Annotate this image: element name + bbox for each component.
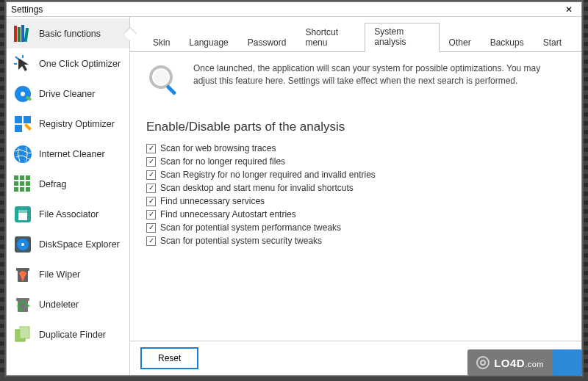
svg-rect-23 [20,187,24,192]
magnifier-icon [146,62,182,98]
svg-rect-32 [16,268,29,271]
option-row[interactable]: Scan Registry for no longer required and… [146,168,565,181]
tab-password[interactable]: Password [238,34,296,52]
option-label: Find unnecessary services [160,196,265,206]
tab-language[interactable]: Language [179,34,237,52]
watermark-text: LO4D.com [494,357,544,369]
sidebar-item-basic-functions[interactable]: Basic functions [7,18,129,48]
tab-shortcut-menu[interactable]: Shortcut menu [295,23,365,52]
checkbox-icon[interactable] [146,197,156,206]
option-label: Scan Registry for no longer required and… [160,170,376,180]
svg-rect-17 [20,175,24,180]
sidebar-item-drive-cleaner[interactable]: Drive Cleaner [7,79,129,109]
svg-rect-2 [21,25,24,42]
svg-point-9 [21,92,25,96]
sidebar-item-one-click-optimizer[interactable]: One Click Optimizer [7,48,129,79]
svg-rect-24 [26,187,30,192]
option-label: Scan for web browsing traces [160,143,276,153]
sidebar-item-file-associator[interactable]: File Associator [7,199,129,229]
watermark: LO4D.com [467,349,582,376]
checkbox-icon[interactable] [146,210,156,219]
registry-icon [12,114,33,134]
option-row[interactable]: Find unnecessary services [146,195,565,208]
options-list: Scan for web browsing traces Scan for no… [146,142,565,247]
tab-label: Skin [153,37,170,48]
intro-text: Once launched, the application will scan… [193,62,565,98]
tab-backups[interactable]: Backups [481,34,534,52]
watermark-logo-icon [476,356,490,369]
tab-other[interactable]: Other [440,34,481,52]
svg-line-5 [15,57,18,59]
screenshot-edge [0,377,588,381]
watermark-accent [553,349,582,376]
tab-system-analysis[interactable]: System analysis [365,23,439,52]
close-icon[interactable]: ✕ [558,4,580,15]
sidebar-item-diskspace-explorer[interactable]: DiskSpace Explorer [7,229,129,259]
tab-skin[interactable]: Skin [143,34,179,52]
file-associator-icon [12,204,33,225]
sidebar-item-undeleter[interactable]: Undeleter [7,289,129,319]
undeleter-icon [12,294,33,315]
tab-content: Once launched, the application will scan… [130,52,581,341]
svg-point-39 [154,70,168,84]
sidebar-item-label: DiskSpace Explorer [39,239,120,250]
sidebar-item-defrag[interactable]: Defrag [7,169,129,199]
option-row[interactable]: Scan for potential system security tweak… [146,234,565,247]
tabs: Skin Language Password Shortcut menu Sys… [130,17,581,52]
svg-rect-1 [18,27,21,42]
books-icon [12,23,33,44]
disk-icon [12,234,33,255]
checkbox-icon[interactable] [146,184,156,193]
sidebar: Basic functions One Click Optimizer Driv… [7,17,130,375]
option-row[interactable]: Scan for potential system performance tw… [146,221,565,234]
sidebar-item-file-wiper[interactable]: File Wiper [7,259,129,289]
sidebar-item-label: File Wiper [39,269,80,280]
svg-rect-40 [165,84,176,95]
sidebar-item-label: Duplicate Finder [39,330,106,340]
option-row[interactable]: Scan for web browsing traces [146,142,565,155]
watermark-badge: LO4D.com [467,349,553,376]
titlebar: Settings ✕ [7,2,581,17]
svg-rect-37 [20,327,29,338]
sidebar-item-label: One Click Optimizer [39,59,121,69]
tab-start[interactable]: Start [534,34,571,52]
screenshot-edge [584,0,588,381]
svg-rect-14 [24,123,32,131]
screenshot-edge [0,0,4,381]
section-title: Enable/Disable parts of the analysis [146,120,565,134]
checkbox-icon[interactable] [146,236,156,246]
checkbox-icon[interactable] [146,223,156,233]
svg-rect-0 [14,26,17,42]
sidebar-item-registry-optimizer[interactable]: Registry Optimizer [7,109,129,139]
sidebar-item-internet-cleaner[interactable]: Internet Cleaner [7,139,129,169]
checkbox-icon[interactable] [146,157,156,167]
window-body: Basic functions One Click Optimizer Driv… [7,17,581,375]
svg-point-30 [21,243,24,246]
option-label: Scan desktop and start menu for invalid … [160,183,354,193]
sidebar-item-label: Defrag [39,179,67,189]
sidebar-item-label: File Associator [39,209,98,219]
checkbox-icon[interactable] [146,170,156,180]
svg-rect-27 [18,210,27,213]
option-label: Find unnecessary Autostart entries [160,209,296,219]
sidebar-item-duplicate-finder[interactable]: Duplicate Finder [7,319,129,349]
sidebar-item-label: Internet Cleaner [39,149,105,159]
file-wiper-icon [12,264,33,285]
checkbox-icon[interactable] [146,144,156,153]
svg-rect-22 [14,187,18,192]
tab-label: Shortcut menu [305,27,338,48]
svg-rect-21 [26,181,30,186]
svg-rect-20 [20,181,24,186]
option-row[interactable]: Scan desktop and start menu for invalid … [146,181,565,195]
duplicate-icon [12,324,33,345]
sidebar-item-label: Drive Cleaner [39,89,95,99]
drive-cleaner-icon [12,84,33,104]
svg-rect-18 [26,175,30,180]
reset-button[interactable]: Reset [140,347,198,369]
tab-label: System analysis [374,26,406,47]
option-row[interactable]: Scan for no longer required files [146,155,565,168]
option-row[interactable]: Find unnecessary Autostart entries [146,208,565,221]
svg-point-15 [14,145,32,163]
option-label: Scan for no longer required files [160,156,285,167]
svg-rect-16 [14,175,18,180]
